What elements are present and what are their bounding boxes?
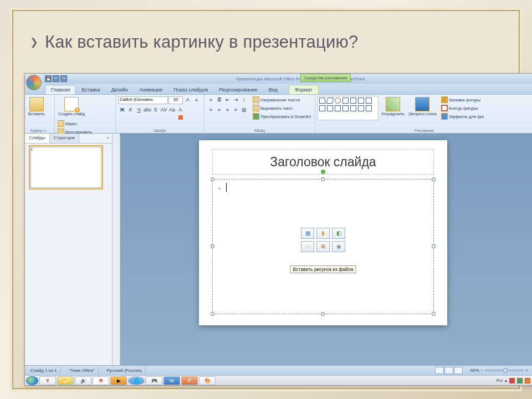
slide-thumbnail[interactable] (30, 147, 101, 188)
zoom-in-icon[interactable]: + (525, 368, 528, 373)
content-placeholder[interactable]: • ▦ ▮ ◧ ▭ ✿ ◉ Вставить рисунок из файла (212, 179, 434, 314)
resize-handle-s[interactable] (321, 312, 325, 316)
tab-animation[interactable]: Анимация (134, 85, 168, 94)
shape-icon[interactable] (342, 98, 349, 104)
shape-icon[interactable] (342, 105, 349, 111)
resize-handle-n[interactable] (321, 177, 325, 181)
tab-format[interactable]: Формат (289, 85, 319, 94)
slideshow-view-icon[interactable] (454, 367, 463, 374)
taskbar-app-games[interactable]: 🎮 (146, 376, 162, 385)
shape-icon[interactable] (358, 98, 364, 104)
align-right-icon[interactable]: ≡ (223, 106, 232, 114)
start-button[interactable] (26, 376, 38, 385)
decrease-indent-icon[interactable]: ⇤ (223, 96, 232, 104)
office-button[interactable] (26, 75, 42, 90)
save-icon[interactable]: 💾 (45, 75, 52, 82)
tray-icon[interactable] (517, 378, 523, 383)
slide-canvas[interactable]: Заголовок слайда • (199, 140, 447, 325)
arrange-button[interactable]: Упорядочить (380, 96, 406, 117)
shape-icon[interactable] (350, 98, 356, 104)
shape-icon[interactable] (326, 98, 334, 104)
shape-icon[interactable] (335, 105, 341, 111)
quick-styles-button[interactable]: Экспресс-стили (407, 96, 438, 117)
change-case-icon[interactable]: Aa (168, 106, 176, 114)
rotate-handle[interactable] (321, 170, 325, 174)
underline-icon[interactable]: Ч (135, 106, 143, 114)
font-color-icon[interactable]: A (176, 106, 185, 114)
shapes-gallery[interactable] (318, 96, 378, 120)
resize-handle-w[interactable] (211, 244, 214, 248)
shadow-icon[interactable]: S (151, 106, 160, 114)
line-spacing-icon[interactable]: ↕ (240, 96, 248, 104)
zoom-thumb[interactable] (504, 368, 507, 373)
align-text-button[interactable]: Выровнять текст (252, 104, 311, 112)
resize-handle-sw[interactable] (211, 312, 214, 316)
zoom-slider[interactable] (485, 370, 524, 371)
tray-chevron-icon[interactable]: ▴ (505, 378, 507, 383)
undo-icon[interactable]: ↶ (53, 75, 59, 82)
pane-tab-slides[interactable]: Слайды (25, 134, 50, 143)
resize-handle-e[interactable] (432, 244, 436, 248)
insert-table-icon[interactable]: ▦ (301, 228, 314, 239)
columns-icon[interactable]: ▥ (240, 106, 248, 114)
layout-button[interactable]: Макет (57, 120, 93, 127)
shape-icon[interactable] (366, 98, 372, 104)
taskbar-app-browser[interactable]: 🌐 (128, 376, 145, 385)
status-language[interactable]: Русский (Россия) (103, 366, 145, 375)
zoom-out-icon[interactable]: − (481, 368, 484, 373)
shape-icon[interactable] (319, 105, 325, 111)
resize-handle-nw[interactable] (211, 177, 214, 181)
shape-icon[interactable] (366, 105, 372, 111)
tab-slideshow[interactable]: Показ слайдов (168, 85, 213, 94)
tab-home[interactable]: Главная (45, 85, 76, 94)
shape-effects-button[interactable]: Эффекты для фиг (441, 112, 485, 120)
align-left-icon[interactable]: ≡ (207, 106, 215, 114)
bullets-icon[interactable]: ≡ (207, 96, 215, 104)
insert-media-icon[interactable]: ◉ (332, 241, 345, 252)
zoom-value[interactable]: 69% (470, 368, 479, 373)
shape-icon[interactable] (327, 105, 333, 111)
shape-icon[interactable] (350, 105, 356, 111)
new-slide-button[interactable]: ✶ Создать слайд (57, 96, 86, 117)
tab-view[interactable]: Вид (263, 85, 283, 94)
char-spacing-icon[interactable]: AV (160, 106, 168, 114)
redo-icon[interactable]: ↷ (60, 75, 67, 82)
shape-outline-button[interactable]: Контур фигуры (441, 104, 485, 112)
tab-design[interactable]: Дизайн (106, 85, 134, 94)
taskbar-app-explorer[interactable]: 📁 (57, 376, 74, 385)
tray-lang[interactable]: RU (496, 378, 503, 383)
increase-indent-icon[interactable]: ⇥ (232, 96, 240, 104)
justify-icon[interactable]: ≡ (232, 106, 240, 114)
pane-tab-outline[interactable]: Структура (50, 134, 79, 143)
taskbar-app-yandex[interactable]: Y (39, 376, 56, 385)
align-center-icon[interactable]: ≡ (215, 106, 223, 114)
taskbar-app-paint[interactable]: 🎨 (199, 376, 216, 385)
shape-icon[interactable] (335, 98, 341, 104)
text-direction-button[interactable]: Направление текста (252, 96, 311, 104)
font-family-select[interactable]: Calibri (Основно (118, 96, 168, 104)
tab-insert[interactable]: Вставка (76, 85, 105, 94)
sorter-view-icon[interactable] (444, 367, 453, 374)
taskbar-app-speaker[interactable]: 🔊 (75, 376, 91, 385)
shape-fill-button[interactable]: Заливка фигуры (441, 96, 485, 104)
grow-font-icon[interactable]: A (183, 96, 192, 104)
tray-icon[interactable] (509, 378, 515, 383)
strike-icon[interactable]: abc (143, 106, 151, 114)
taskbar-app-powerpoint[interactable]: P (181, 376, 198, 385)
shape-icon[interactable] (358, 105, 364, 111)
italic-icon[interactable]: К (126, 106, 135, 114)
tray-icon[interactable] (525, 378, 530, 383)
normal-view-icon[interactable] (435, 367, 444, 374)
font-size-select[interactable]: 32 (168, 96, 183, 104)
shrink-font-icon[interactable]: A (192, 96, 201, 104)
insert-chart-icon[interactable]: ▮ (316, 228, 330, 239)
insert-clipart-icon[interactable]: ✿ (316, 241, 330, 252)
smartart-button[interactable]: Преобразовать в SmartArt (252, 112, 311, 120)
tab-review[interactable]: Рецензирование (213, 85, 263, 94)
taskbar-app-word[interactable]: W (163, 376, 180, 385)
resize-handle-ne[interactable] (432, 177, 436, 181)
resize-handle-se[interactable] (432, 312, 436, 316)
slide-thumbnail-wrap[interactable]: 1 (30, 147, 106, 188)
taskbar-app-media[interactable]: ▶ (110, 376, 127, 385)
numbering-icon[interactable]: ≣ (215, 96, 223, 104)
